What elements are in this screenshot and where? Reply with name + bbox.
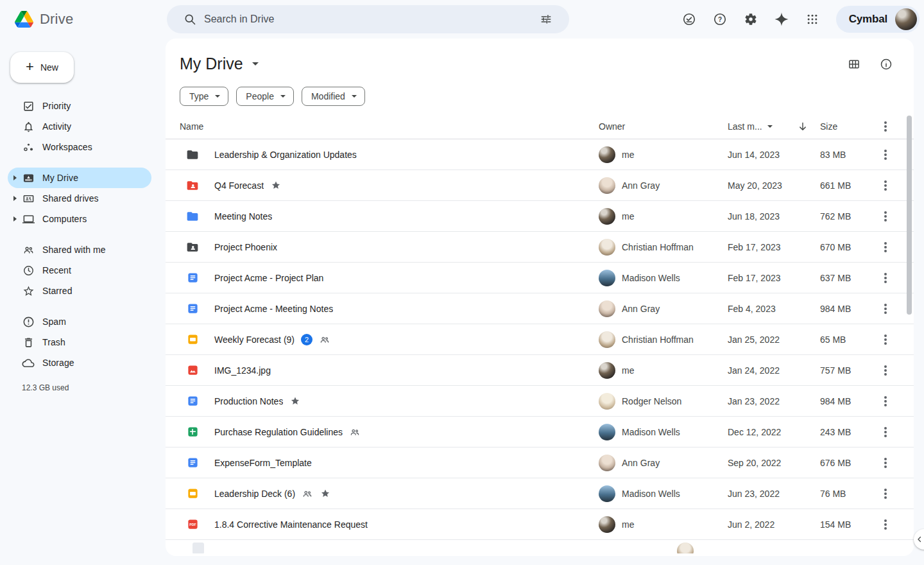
table-row[interactable]: Weekly Forecast (9)2Christian HoffmanJan…: [166, 324, 914, 355]
sidebar-item-spam[interactable]: Spam: [8, 311, 151, 332]
app-launcher-icon[interactable]: [797, 4, 828, 35]
sidebar-item-shared-with-me[interactable]: Shared with me: [8, 239, 151, 260]
expand-arrow-icon[interactable]: [8, 196, 22, 201]
file-name[interactable]: Meeting Notes: [214, 211, 272, 222]
grid-view-icon[interactable]: [846, 56, 862, 73]
kebab-menu-icon[interactable]: [884, 246, 887, 248]
file-name[interactable]: Project Acme - Meeting Notes: [214, 304, 333, 314]
recent-icon: [22, 264, 35, 277]
file-name[interactable]: 1.8.4 Corrective Maintenance Request: [214, 519, 368, 530]
kebab-menu-icon[interactable]: [884, 369, 887, 372]
row-menu[interactable]: [873, 277, 898, 279]
table-row[interactable]: IMG_1234.jpgmeJan 24, 2022757 MB: [166, 355, 914, 386]
kebab-menu-icon[interactable]: [884, 125, 887, 128]
column-header-size[interactable]: Size: [820, 121, 873, 132]
row-menu[interactable]: [873, 431, 898, 433]
file-name[interactable]: Production Notes: [214, 396, 283, 406]
collapse-side-panel-button[interactable]: [914, 529, 924, 550]
sort-direction-icon[interactable]: [797, 121, 809, 132]
file-name[interactable]: Leadership & Organization Updates: [214, 150, 357, 160]
file-name[interactable]: ExpenseForm_Template: [214, 458, 312, 468]
kebab-menu-icon[interactable]: [884, 153, 887, 156]
search-bar[interactable]: [167, 5, 569, 33]
column-header-owner[interactable]: Owner: [599, 121, 728, 132]
search-filters-icon[interactable]: [532, 5, 560, 33]
row-menu[interactable]: [873, 338, 898, 341]
help-icon[interactable]: ?: [705, 4, 735, 35]
sidebar-item-workspaces[interactable]: Workspaces: [8, 137, 151, 157]
sidebar-item-recent[interactable]: Recent: [8, 260, 151, 281]
kebab-menu-icon[interactable]: [884, 400, 887, 403]
file-name[interactable]: Purchase Regulation Guidelines: [214, 427, 343, 437]
table-row[interactable]: ExpenseForm_TemplateAnn GraySep 20, 2022…: [166, 448, 914, 478]
row-menu[interactable]: [873, 369, 898, 372]
column-header-modified[interactable]: Last m...: [728, 121, 820, 132]
table-row[interactable]: Project PhoenixChristian HoffmanFeb 17, …: [166, 232, 914, 263]
file-name[interactable]: Project Acme - Project Plan: [214, 273, 323, 283]
file-name[interactable]: Weekly Forecast (9): [214, 335, 295, 345]
offline-status-icon[interactable]: [674, 4, 705, 35]
kebab-menu-icon[interactable]: [884, 308, 887, 310]
owner-cell: Ann Gray: [599, 177, 728, 194]
scrollbar[interactable]: [907, 116, 912, 315]
kebab-menu-icon[interactable]: [884, 184, 887, 187]
account-pill[interactable]: Cymbal: [836, 6, 920, 33]
table-row[interactable]: Project Acme - Meeting NotesAnn GrayFeb …: [166, 293, 914, 324]
row-menu[interactable]: [873, 400, 898, 403]
expand-arrow-icon[interactable]: [8, 216, 22, 222]
table-row[interactable]: Purchase Regulation GuidelinesMadison We…: [166, 417, 914, 448]
gemini-icon[interactable]: [766, 4, 797, 35]
table-row-partial[interactable]: [166, 540, 914, 553]
filter-chip-type[interactable]: Type: [180, 87, 228, 106]
file-name[interactable]: Q4 Forecast: [214, 180, 264, 191]
version-count-badge[interactable]: 2: [301, 334, 312, 345]
table-row[interactable]: Leadership & Organization UpdatesmeJun 1…: [166, 139, 914, 170]
sidebar-item-activity[interactable]: Activity: [8, 116, 151, 137]
table-row[interactable]: Project Acme - Project PlanMadison Wells…: [166, 263, 914, 293]
kebab-menu-icon[interactable]: [884, 277, 887, 279]
row-menu[interactable]: [873, 215, 898, 218]
row-menu[interactable]: [873, 184, 898, 187]
search-icon[interactable]: [176, 5, 204, 33]
table-row[interactable]: Leadership Deck (6)Madison WellsJun 23, …: [166, 478, 914, 509]
sidebar-item-storage[interactable]: Storage: [8, 352, 151, 373]
sidebar-item-computers[interactable]: Computers: [8, 209, 151, 229]
file-size-cell: 65 MB: [820, 335, 873, 345]
row-menu[interactable]: [873, 308, 898, 310]
kebab-menu-icon[interactable]: [884, 338, 887, 341]
sidebar-item-starred[interactable]: Starred: [8, 281, 151, 301]
settings-icon[interactable]: [735, 4, 766, 35]
file-name[interactable]: Project Phoenix: [214, 242, 277, 252]
column-header-name[interactable]: Name: [180, 121, 599, 132]
account-avatar[interactable]: [895, 8, 917, 30]
kebab-menu-icon[interactable]: [884, 523, 887, 526]
table-row[interactable]: Q4 ForecastAnn GrayMay 20, 2023661 MB: [166, 170, 914, 201]
new-button[interactable]: + New: [10, 52, 74, 83]
search-input[interactable]: [204, 13, 532, 25]
sidebar-item-my-drive[interactable]: My Drive: [8, 168, 151, 188]
file-name[interactable]: IMG_1234.jpg: [214, 365, 271, 376]
table-row[interactable]: PDF1.8.4 Corrective Maintenance Requestm…: [166, 509, 914, 540]
kebab-menu-icon[interactable]: [884, 431, 887, 433]
sidebar-item-trash[interactable]: Trash: [8, 332, 151, 352]
row-menu[interactable]: [873, 246, 898, 248]
table-header-menu[interactable]: [873, 125, 898, 128]
info-icon[interactable]: [878, 56, 894, 73]
kebab-menu-icon[interactable]: [884, 215, 887, 218]
row-menu[interactable]: [873, 523, 898, 526]
sidebar-item-priority[interactable]: Priority: [8, 96, 151, 116]
row-menu[interactable]: [873, 153, 898, 156]
row-menu[interactable]: [873, 462, 898, 464]
page-title-dropdown[interactable]: My Drive: [180, 55, 259, 73]
sidebar-item-shared-drives[interactable]: Shared drives: [8, 188, 151, 209]
kebab-menu-icon[interactable]: [884, 492, 887, 495]
file-name[interactable]: Leadership Deck (6): [214, 489, 295, 499]
table-row[interactable]: Production NotesRodger NelsonJan 23, 202…: [166, 386, 914, 417]
drive-logo[interactable]: Drive: [0, 11, 166, 28]
row-menu[interactable]: [873, 492, 898, 495]
filter-chip-modified[interactable]: Modified: [302, 87, 365, 106]
filter-chip-people[interactable]: People: [236, 87, 294, 106]
table-row[interactable]: Meeting NotesmeJun 18, 2023762 MB: [166, 201, 914, 232]
kebab-menu-icon[interactable]: [884, 462, 887, 464]
expand-arrow-icon[interactable]: [8, 175, 22, 180]
